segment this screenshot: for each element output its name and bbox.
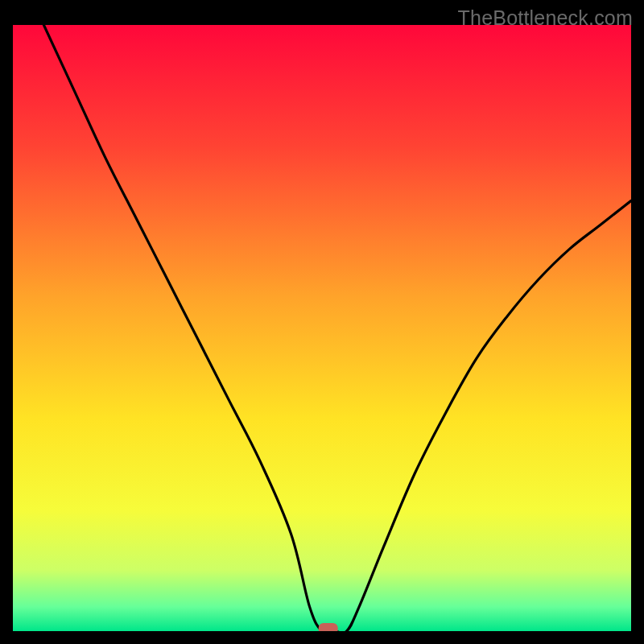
plot-area [13,25,631,631]
gradient-background [13,25,631,631]
chart-svg [13,25,631,631]
optimal-marker [319,623,338,631]
chart-frame: TheBottleneck.com [0,0,644,644]
